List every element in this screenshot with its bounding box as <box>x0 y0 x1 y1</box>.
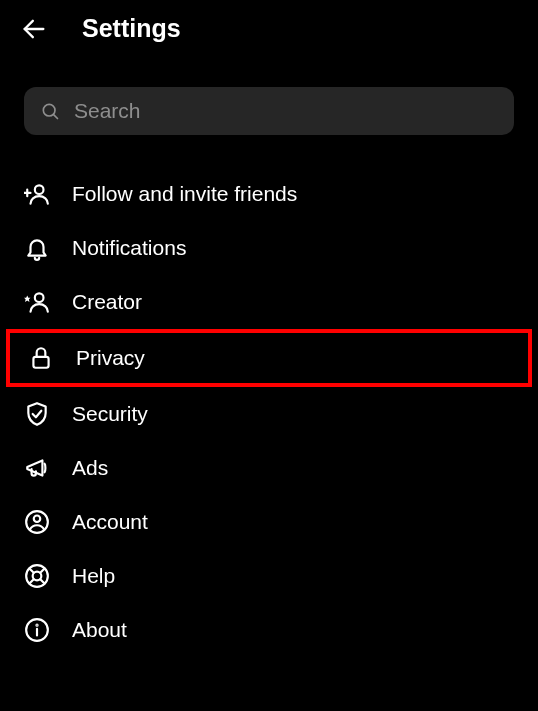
back-button[interactable] <box>20 15 48 43</box>
megaphone-icon <box>24 455 50 481</box>
settings-list: Follow and invite friends Notifications … <box>0 145 538 657</box>
menu-item-label: Account <box>72 510 148 534</box>
page-title: Settings <box>82 14 181 43</box>
search-field[interactable] <box>24 87 514 135</box>
menu-item-help[interactable]: Help <box>0 549 538 603</box>
svg-line-14 <box>40 568 44 572</box>
star-person-icon <box>24 289 50 315</box>
info-icon <box>24 617 50 643</box>
menu-item-label: Ads <box>72 456 108 480</box>
account-circle-icon <box>24 509 50 535</box>
svg-rect-8 <box>33 357 48 368</box>
search-icon <box>40 101 60 121</box>
highlighted-item-frame: Privacy <box>6 329 532 387</box>
arrow-left-icon <box>20 15 48 43</box>
menu-item-label: About <box>72 618 127 642</box>
svg-point-10 <box>34 516 41 523</box>
bell-icon <box>24 235 50 261</box>
svg-line-15 <box>29 579 33 583</box>
svg-line-2 <box>53 114 57 118</box>
shield-check-icon <box>24 401 50 427</box>
menu-item-label: Follow and invite friends <box>72 182 297 206</box>
svg-line-16 <box>40 579 44 583</box>
svg-line-13 <box>29 568 33 572</box>
menu-item-privacy[interactable]: Privacy <box>10 333 528 383</box>
svg-point-3 <box>35 185 44 194</box>
search-container <box>0 57 538 145</box>
search-input[interactable] <box>74 99 498 123</box>
svg-point-6 <box>35 293 44 302</box>
menu-item-account[interactable]: Account <box>0 495 538 549</box>
person-add-icon <box>24 181 50 207</box>
svg-point-19 <box>36 625 37 626</box>
menu-item-ads[interactable]: Ads <box>0 441 538 495</box>
header: Settings <box>0 0 538 57</box>
menu-item-notifications[interactable]: Notifications <box>0 221 538 275</box>
menu-item-label: Help <box>72 564 115 588</box>
lifebuoy-icon <box>24 563 50 589</box>
menu-item-label: Privacy <box>76 346 145 370</box>
menu-item-follow-invite[interactable]: Follow and invite friends <box>0 167 538 221</box>
menu-item-about[interactable]: About <box>0 603 538 657</box>
svg-marker-7 <box>24 296 31 303</box>
menu-item-creator[interactable]: Creator <box>0 275 538 329</box>
menu-item-label: Security <box>72 402 148 426</box>
menu-item-label: Creator <box>72 290 142 314</box>
menu-item-label: Notifications <box>72 236 186 260</box>
lock-icon <box>28 345 54 371</box>
menu-item-security[interactable]: Security <box>0 387 538 441</box>
